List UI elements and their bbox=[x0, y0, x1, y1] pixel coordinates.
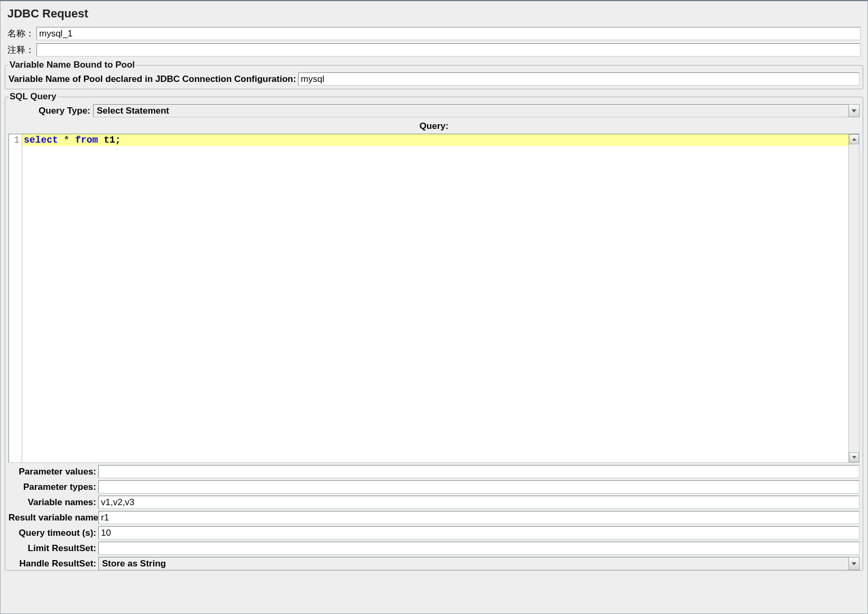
query-timeout-label: Query timeout (s): bbox=[8, 528, 96, 538]
param-types-label: Parameter types: bbox=[8, 482, 96, 492]
param-types-row: Parameter types: bbox=[8, 480, 860, 494]
kw-from: from bbox=[75, 135, 98, 145]
dropdown-button[interactable] bbox=[848, 104, 860, 117]
pool-field-label: Variable Name of Pool declared in JDBC C… bbox=[8, 74, 296, 85]
limit-resultset-input[interactable] bbox=[98, 542, 860, 555]
chevron-down-icon bbox=[852, 109, 856, 113]
name-input[interactable] bbox=[36, 27, 861, 40]
line-number: 1 bbox=[9, 135, 20, 145]
handle-resultset-row: Handle ResultSet: Store as String bbox=[8, 557, 860, 570]
sql-legend: SQL Query bbox=[8, 91, 58, 102]
query-timeout-row: Query timeout (s): bbox=[8, 526, 860, 539]
variable-names-input[interactable] bbox=[98, 496, 860, 509]
limit-resultset-row: Limit ResultSet: bbox=[8, 542, 860, 555]
pool-name-input[interactable] bbox=[298, 72, 860, 86]
query-type-label: Query Type: bbox=[8, 106, 90, 116]
variable-names-row: Variable names: bbox=[8, 496, 860, 509]
query-header: Query: bbox=[8, 119, 860, 134]
dropdown-button[interactable] bbox=[848, 557, 860, 570]
name-label: 名称： bbox=[7, 27, 36, 40]
query-type-value: Select Statement bbox=[93, 104, 848, 117]
scroll-up-button[interactable] bbox=[849, 134, 859, 144]
query-type-row: Query Type: Select Statement bbox=[8, 104, 860, 117]
scroll-down-button[interactable] bbox=[849, 452, 859, 462]
result-var-input[interactable] bbox=[98, 511, 860, 524]
pool-fieldset: Variable Name Bound to Pool Variable Nam… bbox=[5, 60, 863, 89]
handle-resultset-value: Store as String bbox=[98, 557, 848, 570]
param-values-row: Parameter values: bbox=[8, 465, 860, 478]
semi: ; bbox=[115, 135, 121, 145]
pool-row: Variable Name of Pool declared in JDBC C… bbox=[8, 72, 860, 86]
param-values-label: Parameter values: bbox=[8, 467, 96, 477]
code-body[interactable]: select * from t1; bbox=[22, 134, 848, 462]
result-var-row: Result variable name: bbox=[8, 511, 860, 524]
op-star: * bbox=[58, 135, 75, 145]
param-types-input[interactable] bbox=[98, 480, 860, 494]
comment-input[interactable] bbox=[36, 43, 861, 57]
space bbox=[98, 135, 104, 145]
sql-fieldset: SQL Query Query Type: Select Statement Q… bbox=[5, 91, 863, 571]
comment-row: 注释： bbox=[5, 43, 863, 57]
variable-names-label: Variable names: bbox=[8, 497, 96, 508]
kw-select: select bbox=[24, 135, 58, 145]
query-timeout-input[interactable] bbox=[98, 526, 860, 539]
comment-label: 注释： bbox=[7, 44, 36, 56]
chevron-up-icon bbox=[852, 138, 856, 141]
handle-resultset-label: Handle ResultSet: bbox=[8, 559, 96, 569]
name-row: 名称： bbox=[5, 27, 863, 40]
editor-scrollbar[interactable] bbox=[848, 134, 859, 462]
page-title: JDBC Request bbox=[7, 7, 861, 21]
query-editor[interactable]: 1 select * from t1; bbox=[8, 134, 860, 463]
chevron-down-icon bbox=[852, 562, 856, 565]
handle-resultset-select[interactable]: Store as String bbox=[98, 557, 860, 570]
id-t1: t1 bbox=[104, 135, 115, 145]
limit-resultset-label: Limit ResultSet: bbox=[8, 543, 96, 554]
code-line-1[interactable]: select * from t1; bbox=[22, 134, 848, 146]
result-var-label: Result variable name: bbox=[8, 513, 96, 523]
pool-legend: Variable Name Bound to Pool bbox=[8, 60, 136, 70]
query-type-select[interactable]: Select Statement bbox=[93, 104, 860, 117]
line-gutter: 1 bbox=[9, 134, 22, 462]
chevron-down-icon bbox=[852, 456, 856, 459]
param-values-input[interactable] bbox=[98, 465, 860, 478]
